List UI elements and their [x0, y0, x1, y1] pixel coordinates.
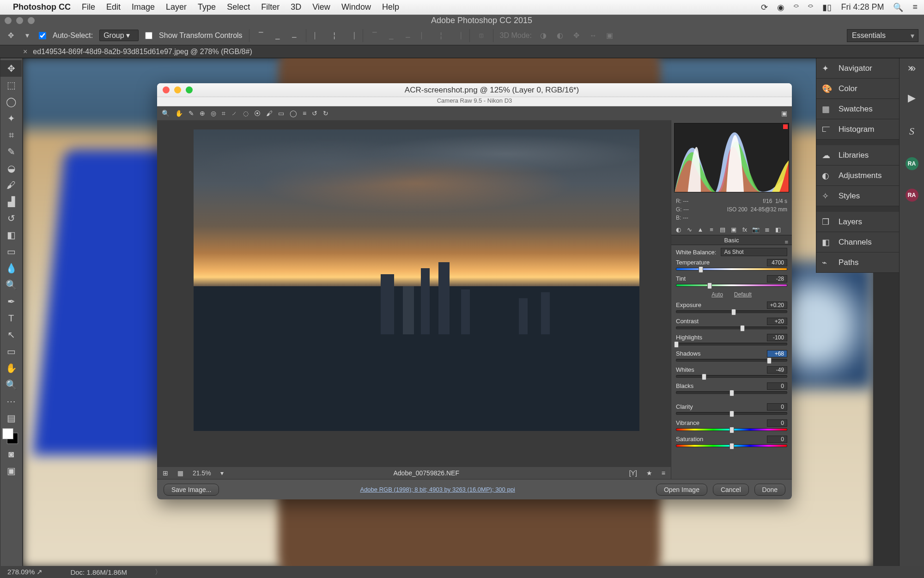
panel-color[interactable]: 🎨Color [816, 79, 899, 99]
align-left-icon[interactable]: ⎸ [313, 31, 323, 41]
menu-3d[interactable]: 3D [291, 2, 301, 12]
status-icon[interactable]: ◉ [777, 2, 784, 12]
quick-mask-icon[interactable]: ◙ [0, 446, 22, 462]
menu-filter[interactable]: Filter [261, 2, 280, 12]
slider-saturation[interactable]: Saturation0 [676, 436, 787, 447]
acr-grid-icon[interactable]: ▦ [177, 469, 183, 477]
slider-highlights[interactable]: Highlights-100 [676, 334, 787, 345]
app-name[interactable]: Photoshop CC [13, 2, 71, 12]
acr-straighten-icon[interactable]: ⟋ [231, 110, 237, 117]
acr-zoom-tool-icon[interactable]: 🔍 [162, 110, 170, 117]
tool-crop[interactable]: ⌗ [0, 127, 22, 143]
zoom-level[interactable]: 278.09% ↗ [7, 568, 43, 576]
tool-hand[interactable]: ✋ [0, 360, 22, 376]
menu-type[interactable]: Type [198, 2, 216, 12]
panel-libraries[interactable]: ☁Libraries [816, 145, 899, 166]
tool-edit-toolbar-icon[interactable]: ▤ [0, 410, 22, 426]
acr-prefs-icon[interactable]: ≡ [303, 110, 306, 117]
user-badge-1[interactable]: RA [906, 157, 918, 170]
acr-histogram[interactable] [674, 123, 789, 192]
acr-adjust-brush-icon[interactable]: 🖌 [266, 110, 273, 117]
tool-gradient[interactable]: ▭ [0, 243, 22, 260]
move-tool-icon[interactable]: ✥ [6, 31, 16, 41]
tool-pen[interactable]: ✒ [0, 293, 22, 310]
tool-blur[interactable]: 💧 [0, 260, 22, 277]
slider-whites[interactable]: Whites-49 [676, 366, 787, 378]
highlight-clip-warning-icon[interactable] [783, 124, 788, 129]
document-tab[interactable]: ed149534-869f-48d9-8a2b-93d815d61e97.jpe… [33, 48, 252, 56]
panel-swatches[interactable]: ▦Swatches [816, 99, 899, 119]
glyphs-icon[interactable]: S [905, 124, 919, 139]
menu-help[interactable]: Help [382, 2, 399, 12]
tab-lens-icon[interactable]: ▣ [729, 225, 738, 234]
workspace-switcher[interactable]: Essentials [847, 29, 918, 42]
acr-rotate-ccw-icon[interactable]: ↺ [312, 110, 317, 117]
window-zoom-icon[interactable] [28, 17, 35, 24]
tool-marquee[interactable]: ⬚ [0, 77, 22, 93]
tab-camera-icon[interactable]: 📷 [752, 225, 760, 234]
notification-center-icon[interactable]: ≡ [912, 2, 918, 12]
tool-type[interactable]: T [0, 310, 22, 326]
slider-blacks[interactable]: Blacks0 [676, 382, 787, 394]
tool-path-select[interactable]: ↖ [0, 326, 22, 343]
acr-zoom-icon[interactable] [186, 86, 193, 93]
color-swatches[interactable] [0, 427, 22, 446]
slider-shadows[interactable]: Shadows+68 [676, 350, 787, 362]
window-close-icon[interactable] [5, 17, 12, 24]
tool-rectangle[interactable]: ▭ [0, 343, 22, 360]
panel-paths[interactable]: ⌁Paths [816, 252, 899, 273]
tool-lasso[interactable]: ◯ [0, 93, 22, 110]
workflow-options-link[interactable]: Adobe RGB (1998); 8 bit; 4903 by 3263 (1… [360, 486, 515, 493]
timeline-play-icon[interactable]: ▶ [905, 91, 919, 105]
default-button[interactable]: Default [734, 291, 752, 298]
auto-select-target-dropdown[interactable]: Group ▾ [99, 30, 139, 41]
menu-select[interactable]: Select [227, 2, 250, 12]
done-button[interactable]: Done [754, 484, 785, 496]
wifi-icon[interactable]: ⌔ [808, 2, 813, 12]
align-bottom-icon[interactable]: ⎽ [289, 31, 299, 41]
panel-channels[interactable]: ◧Channels [816, 232, 899, 252]
user-badge-2[interactable]: RA [906, 189, 918, 202]
tab-snapshots-icon[interactable]: ◧ [774, 225, 782, 234]
tool-history-brush[interactable]: ↺ [0, 210, 22, 227]
acr-minimize-icon[interactable] [174, 86, 181, 93]
align-hcenter-icon[interactable]: ¦ [329, 31, 340, 41]
menu-edit[interactable]: Edit [106, 2, 121, 12]
battery-icon[interactable]: ▮▯ [822, 2, 832, 12]
menu-image[interactable]: Image [132, 2, 155, 12]
tool-dodge[interactable]: 🔍 [0, 277, 22, 293]
show-transform-checkbox[interactable] [145, 32, 152, 39]
tab-detail-icon[interactable]: ▲ [696, 225, 705, 234]
slider-clarity[interactable]: Clarity0 [676, 403, 787, 415]
bluetooth-icon[interactable]: ⌔ [794, 2, 799, 12]
align-right-icon[interactable]: ⎹ [346, 31, 356, 41]
tool-brush[interactable]: 🖌 [0, 177, 22, 193]
cc-sync-icon[interactable]: ⟳ [761, 2, 768, 12]
acr-preview-zoom[interactable]: 21.5% [193, 469, 211, 477]
acr-filmstrip-menu-icon[interactable]: ≡ [662, 469, 665, 477]
tool-patch[interactable]: ◒ [0, 160, 22, 177]
screen-mode-icon[interactable]: ▣ [0, 462, 22, 479]
acr-target-adjust-icon[interactable]: ◎ [211, 110, 216, 117]
align-top-icon[interactable]: ⎺ [256, 31, 266, 41]
acr-zoom-dropdown-icon[interactable]: ▾ [220, 469, 224, 477]
white-balance-dropdown[interactable]: As Shot [721, 248, 787, 256]
acr-rotate-cw-icon[interactable]: ↻ [323, 110, 328, 117]
open-image-button[interactable]: Open Image [656, 484, 707, 496]
status-flyout-icon[interactable]: 〉 [155, 568, 162, 577]
save-image-button[interactable]: Save Image... [164, 484, 219, 496]
acr-grad-filter-icon[interactable]: ▭ [278, 110, 284, 117]
acr-compare-icon[interactable]: [Y] [629, 469, 637, 477]
tab-hsl-icon[interactable]: ≡ [707, 225, 716, 234]
acr-close-icon[interactable] [163, 86, 170, 93]
clock[interactable]: Fri 4:28 PM [841, 2, 884, 12]
acr-color-sampler-icon[interactable]: ⊕ [200, 110, 205, 117]
acr-redeye-icon[interactable]: ⦿ [254, 110, 261, 117]
acr-preview-toggle-icon[interactable]: ▣ [781, 110, 787, 117]
acr-wb-tool-icon[interactable]: ✎ [188, 110, 194, 117]
acr-rating-icon[interactable]: ★ [646, 469, 652, 477]
tool-stamp[interactable]: ▟ [0, 193, 22, 210]
menu-layer[interactable]: Layer [166, 2, 187, 12]
foreground-color[interactable] [2, 428, 13, 439]
tool-zoom[interactable]: 🔍 [0, 376, 22, 393]
